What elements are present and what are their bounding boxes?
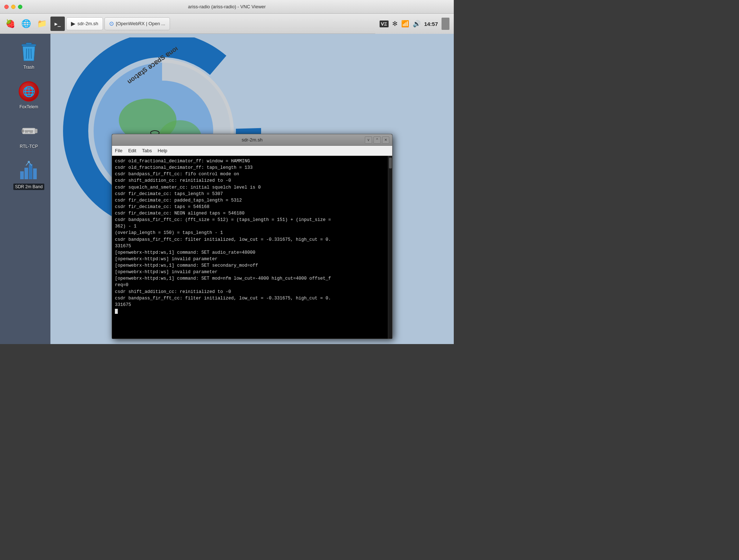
terminal-icon[interactable]: ▶_	[50, 17, 65, 31]
svg-rect-1	[26, 43, 32, 45]
title-bar: ariss-radio (ariss-radio) - VNC Viewer	[0, 0, 454, 14]
terminal-line: 331675	[115, 302, 389, 308]
foxtelem-icon: 🌐	[18, 81, 40, 102]
terminal-minimize-btn[interactable]: v	[365, 136, 372, 144]
svg-rect-7	[35, 129, 37, 133]
foxtelem-label: FoxTelem	[19, 104, 38, 109]
traffic-lights	[4, 5, 22, 9]
close-button[interactable]	[4, 5, 9, 9]
terminal-line: csdr bandpass_fir_fft_cc: (fft_size = 51…	[115, 217, 389, 223]
terminal-line: [openwebrx-httpd:ws,1] command: SET mod=…	[115, 275, 389, 282]
terminal-line: [openwebrx-httpd:ws] invalid parameter	[115, 256, 389, 262]
tab-openwebrx[interactable]: ⊙ [OpenWebRX | Open ...	[104, 17, 170, 30]
sdr-2m-band-label: SDR 2m Band	[13, 184, 45, 190]
terminal-line: (overlap_length = 150) = taps_length - 1	[115, 230, 389, 236]
system-tray: VΞ ✻ 📶 🔊 14:57	[375, 14, 454, 34]
window-title: ariss-radio (ariss-radio) - VNC Viewer	[188, 4, 266, 9]
desktop-icon-list: Trash 🌐 FoxTelem RTL-SDR RTL-TCP	[0, 34, 58, 197]
terminal-line: csdr bandpass_fir_fft_cc: filter initial…	[115, 295, 389, 302]
menu-tabs[interactable]: Tabs	[142, 148, 152, 153]
svg-rect-11	[24, 168, 28, 179]
terminal-line: csdr bandpass_fir_fft_cc: filter initial…	[115, 236, 389, 243]
terminal-cursor[interactable]	[115, 309, 118, 314]
volume-icon[interactable]: 🔊	[413, 20, 421, 28]
sdr-2m-band-icon-container[interactable]: SDR 2m Band	[11, 160, 47, 190]
terminal-line: csdr squelch_and_smeter_cc: initial sque…	[115, 184, 389, 191]
raspberry-pi-icon[interactable]: 🍓	[3, 17, 17, 31]
terminal-body[interactable]: csdr old_fractional_decimator_ff: window…	[112, 156, 392, 339]
menu-help[interactable]: Help	[158, 148, 167, 153]
folder-icon[interactable]: 📁	[35, 17, 49, 31]
svg-rect-12	[29, 164, 32, 179]
terminal-line: [openwebrx-httpd:ws,1] command: SET seco…	[115, 262, 389, 269]
terminal-line: csdr fir_decimate_cc: taps = 546168	[115, 204, 389, 210]
web-icon[interactable]: 🌐	[19, 17, 33, 31]
terminal-close-btn[interactable]: ✕	[382, 136, 389, 144]
menu-file[interactable]: File	[115, 148, 122, 153]
vnc-icon[interactable]: VΞ	[380, 21, 389, 27]
terminal-line: csdr fir_decimate_cc: padded_taps_length…	[115, 197, 389, 204]
terminal-title: sdr-2m.sh	[242, 137, 263, 143]
terminal-line: csdr shift_addition_cc: reinitialized to…	[115, 177, 389, 184]
terminal-line: 331675	[115, 243, 389, 249]
terminal-line: [openwebrx-httpd:ws] invalid parameter	[115, 269, 389, 275]
terminal-menubar: File Edit Tabs Help	[112, 146, 392, 156]
tab-terminal-icon: ▶	[71, 20, 75, 27]
terminal-line: csdr fir_decimate_cc: NEON aligned taps …	[115, 210, 389, 217]
terminal-controls: v ^ ✕	[365, 136, 389, 144]
sdr-2m-band-icon	[18, 160, 40, 181]
terminal-scrollbar[interactable]	[388, 156, 392, 339]
desktop: Trash 🌐 FoxTelem RTL-SDR RTL-TCP	[0, 34, 454, 344]
terminal-line: csdr fir_decimate_cc: taps_length = 5307	[115, 191, 389, 197]
bluetooth-icon[interactable]: ✻	[392, 20, 398, 28]
terminal-line: [openwebrx-httpd:ws,1] command: SET audi…	[115, 249, 389, 256]
rtl-tcp-label: RTL-TCP	[20, 144, 38, 149]
terminal-titlebar: sdr-2m.sh v ^ ✕	[112, 134, 392, 146]
clock: 14:57	[424, 21, 438, 27]
taskbar: 🍓 🌐 📁 ▶_ ▶ sdr-2m.sh ⊙ [OpenWebRX | Open…	[0, 14, 454, 34]
terminal-line: 362) - 1	[115, 223, 389, 230]
rtl-tcp-icon-container[interactable]: RTL-SDR RTL-TCP	[11, 120, 47, 149]
terminal-window: sdr-2m.sh v ^ ✕ File Edit Tabs Help csdr…	[112, 134, 393, 339]
terminal-maximize-btn[interactable]: ^	[373, 136, 381, 144]
battery-icon	[442, 18, 449, 30]
svg-rect-6	[22, 130, 24, 132]
menu-edit[interactable]: Edit	[128, 148, 136, 153]
svg-line-2	[26, 49, 27, 59]
rtl-tcp-icon: RTL-SDR	[18, 120, 40, 142]
svg-text:RTL-SDR: RTL-SDR	[25, 131, 33, 134]
terminal-line: csdr old_fractional_decimator_ff: window…	[115, 158, 389, 164]
maximize-button[interactable]	[18, 5, 22, 9]
trash-icon-container[interactable]: Trash	[11, 41, 47, 70]
terminal-line: csdr old_fractional_decimator_ff: taps_l…	[115, 164, 389, 171]
trash-label: Trash	[23, 65, 34, 70]
tab-web-icon: ⊙	[109, 20, 114, 27]
svg-rect-10	[20, 171, 24, 179]
trash-icon	[18, 41, 40, 63]
tab-sdr-label: sdr-2m.sh	[77, 21, 98, 26]
foxtelem-icon-container[interactable]: 🌐 FoxTelem	[11, 81, 47, 109]
tab-web-label: [OpenWebRX | Open ...	[116, 21, 165, 26]
terminal-line: req=0	[115, 282, 389, 288]
wifi-icon[interactable]: 📶	[401, 20, 409, 28]
tab-sdr-2m[interactable]: ▶ sdr-2m.sh	[66, 17, 103, 30]
terminal-line: csdr shift_addition_cc: reinitialized to…	[115, 289, 389, 295]
minimize-button[interactable]	[11, 5, 15, 9]
svg-line-4	[31, 49, 31, 59]
svg-rect-13	[33, 168, 37, 179]
terminal-line: csdr bandpass_fir_fft_cc: fifo control m…	[115, 171, 389, 177]
svg-point-16	[28, 161, 30, 163]
